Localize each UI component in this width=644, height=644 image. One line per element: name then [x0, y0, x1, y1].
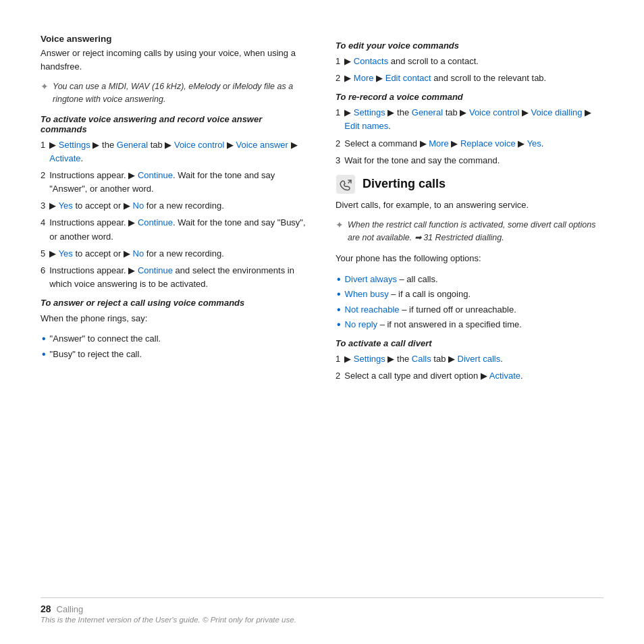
- activate-step-2: 2 Instructions appear. ▶ Continue. Wait …: [41, 169, 308, 196]
- re-record-list: 1 ▶ Settings ▶ the General tab ▶ Voice c…: [336, 106, 603, 167]
- step-content-2: Instructions appear. ▶ Continue. Wait fo…: [49, 169, 308, 196]
- options-intro: Your phone has the following options:: [336, 252, 603, 265]
- activate-divert-title: To activate a call divert: [336, 338, 603, 348]
- page-number: 28: [41, 603, 51, 614]
- footer-main: 28 Calling: [41, 603, 603, 614]
- re-record-title: To re-record a voice command: [336, 92, 603, 102]
- page: Voice answering Answer or reject incomin…: [0, 0, 644, 644]
- main-columns: Voice answering Answer or reject incomin…: [41, 34, 603, 591]
- tip-icon-2: ✦: [336, 219, 344, 230]
- activate-divert-step-2: 2 Select a call type and divert option ▶…: [336, 369, 603, 383]
- diverting-calls-title: Diverting calls: [363, 177, 446, 191]
- voice-answering-title: Voice answering: [41, 34, 308, 44]
- step-num-4: 4: [41, 216, 45, 243]
- footer-note: This is the Internet version of the User…: [41, 616, 603, 624]
- diverting-calls-header: Diverting calls: [336, 174, 603, 194]
- step-content-4: Instructions appear. ▶ Continue. Wait fo…: [49, 216, 308, 243]
- tip-box-2: ✦ When the restrict call function is act…: [336, 219, 603, 244]
- edit-step-1: 1 ▶ Contacts and scroll to a contact.: [336, 55, 603, 68]
- activate-step-5: 5 ▶ Yes to accept or ▶ No for a new reco…: [41, 247, 308, 261]
- step-num-6: 6: [41, 264, 45, 291]
- bullet-dot-2: •: [42, 348, 46, 360]
- tip-icon-1: ✦: [41, 81, 49, 92]
- answer-bullet-text-1: "Answer" to connect the call.: [50, 332, 161, 346]
- step-num-2: 2: [41, 169, 45, 196]
- options-list: • Divert always – all calls. • When busy…: [337, 273, 603, 331]
- step-content-5: ▶ Yes to accept or ▶ No for a new record…: [49, 247, 308, 261]
- edit-commands-list: 1 ▶ Contacts and scroll to a contact. 2 …: [336, 55, 603, 85]
- re-record-step-2: 2 Select a command ▶ More ▶ Replace voic…: [336, 137, 603, 151]
- answer-intro: When the phone rings, say:: [41, 312, 308, 325]
- activate-step-6: 6 Instructions appear. ▶ Continue and se…: [41, 264, 308, 291]
- option-no-reply: • No reply – if not answered in a specif…: [337, 318, 603, 331]
- divert-calls-icon: [336, 174, 356, 194]
- step-content-1: ▶ Settings ▶ the General tab ▶ Voice con…: [49, 138, 308, 165]
- answer-bullet-2: • "Busy" to reject the call.: [42, 348, 308, 361]
- re-record-step-1: 1 ▶ Settings ▶ the General tab ▶ Voice c…: [336, 106, 603, 133]
- activate-section-title: To activate voice answering and record v…: [41, 114, 308, 134]
- activate-step-4: 4 Instructions appear. ▶ Continue. Wait …: [41, 216, 308, 243]
- answer-section-title: To answer or reject a call using voice c…: [41, 298, 308, 308]
- tip-box-1: ✦ You can use a MIDI, WAV (16 kHz), eMel…: [41, 80, 308, 106]
- step-num-1: 1: [41, 138, 45, 165]
- left-column: Voice answering Answer or reject incomin…: [41, 34, 308, 591]
- diverting-calls-body: Divert calls, for example, to an answeri…: [336, 198, 603, 212]
- option-not-reachable: • Not reachable – if turned off or unrea…: [337, 303, 603, 317]
- page-label: Calling: [57, 604, 84, 614]
- activate-divert-list: 1 ▶ Settings ▶ the Calls tab ▶ Divert ca…: [336, 352, 603, 383]
- tip-text-1: You can use a MIDI, WAV (16 kHz), eMelod…: [53, 80, 308, 106]
- activate-steps-list: 1 ▶ Settings ▶ the General tab ▶ Voice c…: [41, 138, 308, 291]
- activate-step-1: 1 ▶ Settings ▶ the General tab ▶ Voice c…: [41, 138, 308, 165]
- step-content-3: ▶ Yes to accept or ▶ No for a new record…: [49, 199, 308, 213]
- edit-commands-title: To edit your voice commands: [336, 41, 603, 51]
- answer-bullet-1: • "Answer" to connect the call.: [42, 332, 308, 346]
- activate-step-3: 3 ▶ Yes to accept or ▶ No for a new reco…: [41, 199, 308, 213]
- svg-rect-0: [336, 175, 355, 194]
- voice-answering-body: Answer or reject incoming calls by using…: [41, 47, 308, 74]
- step-content-6: Instructions appear. ▶ Continue and sele…: [49, 264, 308, 291]
- edit-step-2: 2 ▶ More ▶ Edit contact and scroll to th…: [336, 72, 603, 85]
- activate-divert-step-1: 1 ▶ Settings ▶ the Calls tab ▶ Divert ca…: [336, 352, 603, 366]
- option-divert-always: • Divert always – all calls.: [337, 273, 603, 286]
- step-num-3: 3: [41, 199, 45, 213]
- re-record-step-3: 3 Wait for the tone and say the command.: [336, 154, 603, 167]
- tip-text-2: When the restrict call function is activ…: [348, 219, 603, 244]
- option-when-busy: • When busy – if a call is ongoing.: [337, 288, 603, 301]
- answer-bullets: • "Answer" to connect the call. • "Busy"…: [42, 332, 308, 360]
- step-num-5: 5: [41, 247, 45, 261]
- bullet-dot-1: •: [42, 332, 46, 345]
- answer-bullet-text-2: "Busy" to reject the call.: [50, 348, 142, 361]
- footer: 28 Calling This is the Internet version …: [41, 597, 603, 624]
- right-column: To edit your voice commands 1 ▶ Contacts…: [336, 34, 603, 591]
